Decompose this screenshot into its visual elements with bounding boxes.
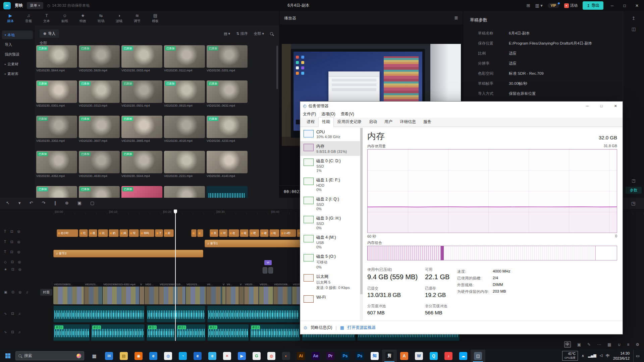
subtitle-clip[interactable]: [197, 229, 203, 237]
media-scrollbar[interactable]: [276, 46, 278, 193]
timeline-tool-icon[interactable]: ∥: [54, 201, 56, 205]
maximize-button[interactable]: □: [621, 3, 628, 8]
tm-tab[interactable]: 详细信息: [396, 117, 420, 127]
video-clip[interactable]: V: [140, 282, 145, 304]
media-clip[interactable]: VID20230..4140.mp4: [207, 151, 248, 186]
video-clip[interactable]: VID20...: [259, 282, 273, 304]
collapse-panel-icon[interactable]: ↥: [623, 16, 644, 21]
audio-clip[interactable]: [53, 306, 145, 322]
asset-tab[interactable]: ▤ 模板: [146, 11, 164, 25]
subtitle-clip[interactable]: 买: [210, 229, 218, 237]
media-clip[interactable]: 已添加 VID20230..4352.mp4: [36, 151, 77, 186]
task-manager-window[interactable]: ◴ 任务管理器 ─ □ ✕ 文件(F)选项(O)查看(V) 进程性能应用历史记录…: [300, 101, 623, 335]
media-clip[interactable]: 已添加 VID20230..5929.mp4: [79, 45, 120, 80]
timeline-bottom-icon[interactable]: ∪: [618, 342, 621, 347]
subtitle-clip[interactable]: [191, 229, 197, 237]
asset-tab[interactable]: ⇆ 转场: [92, 11, 110, 25]
media-clip[interactable]: 已添加: [36, 186, 77, 198]
param-value[interactable]: 适应: [509, 61, 517, 66]
taskbar-app-button[interactable]: G: [249, 350, 264, 362]
layout-strip-icon[interactable]: ◫: [623, 26, 644, 32]
video-clip[interactable]: VID2023060315.4352.mp4: [103, 282, 140, 304]
video-clip[interactable]: VII...: [226, 282, 239, 304]
recording-clip[interactable]: 录音2: [250, 324, 300, 341]
param-value[interactable]: 适应: [509, 51, 517, 56]
subtitle-clip[interactable]: 祝: [89, 229, 97, 237]
tm-tab[interactable]: 进程: [303, 117, 318, 127]
subtitle-clip[interactable]: 了: [155, 229, 163, 237]
timeline-bottom-icon[interactable]: ⋯: [597, 342, 601, 347]
param-value[interactable]: 30.00帧/秒: [509, 81, 527, 86]
recording-clip[interactable]: 录音2: [207, 324, 249, 341]
tm-menu-item[interactable]: 查看(V): [341, 111, 354, 117]
sticker-clip[interactable]: VI: [264, 260, 272, 265]
subtitle-clip[interactable]: 在: [228, 229, 239, 237]
effect-clip[interactable]: [268, 267, 273, 274]
cpu-temp-widget[interactable]: 41°C CPU温度: [562, 351, 578, 361]
track-header-icons[interactable]: T ⊡ ◎: [4, 240, 51, 244]
timeline-tool-icon[interactable]: ▾: [18, 201, 21, 205]
scrollbar-thumb[interactable]: [276, 46, 278, 89]
taskbar-app-button[interactable]: ◐: [279, 350, 293, 362]
params-tab[interactable]: 参数: [626, 187, 642, 194]
tray-chevron-icon[interactable]: ∧: [582, 354, 584, 358]
media-clip[interactable]: 01:57: [207, 186, 248, 198]
track-header-icons[interactable]: T ⊡ ◎: [4, 250, 51, 254]
tm-menu-item[interactable]: 文件(F): [303, 111, 316, 117]
subtitle-clip[interactable]: 呢: [240, 229, 249, 237]
open-resource-monitor-link[interactable]: 打开资源监视器: [347, 325, 376, 330]
cover-button[interactable]: 封面: [40, 289, 52, 296]
media-clip[interactable]: 已添加 VID20230..5644.mp4: [121, 151, 162, 186]
performance-sidebar-item[interactable]: CPU 10% 4.08 GHz: [300, 127, 360, 141]
performance-sidebar-item[interactable]: 以太网 以太网 5 发送: 0 接收: 0 Kbps: [300, 272, 360, 293]
media-sidebar-item[interactable]: ▾ 本地: [2, 31, 33, 39]
performance-sidebar-item[interactable]: 磁盘 1 (E: F:) HDD 0%: [300, 175, 360, 194]
taskbar-app-button[interactable]: e: [146, 350, 161, 362]
start-button[interactable]: [0, 350, 15, 362]
tm-tab[interactable]: 性能: [318, 117, 334, 127]
sort-button[interactable]: ⇅ 排序: [236, 31, 248, 36]
tray-icon[interactable]: ▂▄▆: [588, 353, 596, 358]
timeline-bottom-icon[interactable]: ▣: [577, 342, 581, 347]
video-clip[interactable]: VID2023...: [84, 282, 103, 304]
track-header-icons[interactable]: ∿ ⊡ ♫: [4, 312, 51, 315]
subtitle-clip[interactable]: 哈: [269, 229, 279, 237]
media-clip[interactable]: 已添加: [79, 186, 120, 198]
recording-clip[interactable]: 录音2: [53, 324, 90, 341]
filter-dropdown[interactable]: 全部 ▾: [254, 31, 264, 36]
timeline-tool-icon[interactable]: ▣: [77, 201, 82, 205]
playhead[interactable]: [175, 209, 176, 341]
taskbar-search-box[interactable]: 搜索: [15, 351, 84, 360]
param-value[interactable]: 6月4日-副本: [509, 31, 530, 36]
music-clip[interactable]: ♫ 音节1: [205, 240, 305, 247]
media-clip[interactable]: 已添加 VID20230..0301.mp4: [36, 80, 77, 116]
timeline-bottom-icon[interactable]: ≡: [627, 342, 629, 347]
taskbar-app-button[interactable]: 剪: [382, 350, 397, 362]
vip-badge[interactable]: VIP: [548, 3, 559, 8]
track-header-icons[interactable]: ∿ ⊡ ♫: [4, 330, 51, 334]
tm-tab[interactable]: 服务: [420, 117, 435, 127]
video-clip[interactable]: V: [239, 282, 244, 304]
timeline-bottom-icon[interactable]: ✎: [587, 342, 591, 347]
performance-sidebar-item[interactable]: 磁盘 0 (C: D:) SSD 1%: [300, 156, 360, 175]
tm-minimize-button[interactable]: ─: [580, 102, 594, 110]
media-clip[interactable]: 已添加 VID20230..0313.mp4: [79, 80, 120, 116]
taskbar-app-button[interactable]: Ae: [308, 350, 323, 362]
video-clip[interactable]: VID2023...: [186, 282, 206, 304]
tm-close-button[interactable]: ✕: [608, 102, 623, 110]
subtitle-clip[interactable]: 导吗: [140, 229, 154, 237]
performance-sidebar-item[interactable]: Wi-Fi: [300, 293, 360, 305]
media-clip[interactable]: 已添加 VID20230..3885.mp4: [121, 116, 162, 151]
taskbar-app-button[interactable]: ◫: [471, 350, 485, 362]
media-clip[interactable]: 已添加 VID20230..4630.mp4: [79, 151, 120, 186]
param-value[interactable]: 标准 SDR - Rec.709: [509, 71, 544, 76]
effect-clip[interactable]: [263, 267, 267, 274]
tm-sidebar-scrollbar[interactable]: [360, 127, 363, 321]
media-clip[interactable]: VID20230..4018.mp4: [164, 116, 205, 151]
activity-button[interactable]: ▸活动: [564, 3, 578, 8]
timeline-fit-icon[interactable]: ◳: [631, 201, 635, 206]
scrollbar-thumb[interactable]: [360, 128, 363, 294]
asset-tab[interactable]: ◑ 滤镜: [110, 11, 128, 25]
close-button[interactable]: ✕: [633, 3, 641, 8]
taskbar-app-button[interactable]: ✉: [102, 350, 116, 362]
